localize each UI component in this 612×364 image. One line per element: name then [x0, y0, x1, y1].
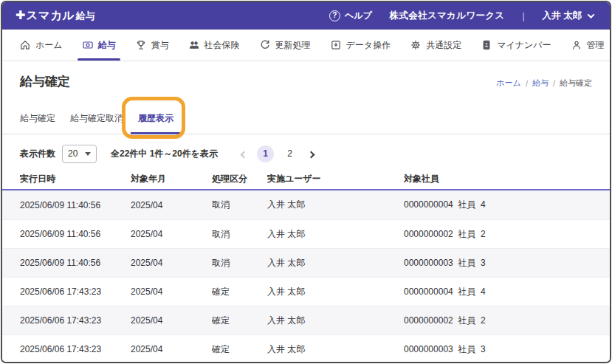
tab-bar: 給与確定 給与確定取消 履歴表示: [2, 106, 610, 134]
page-size-select[interactable]: 20: [62, 145, 97, 163]
cell-exec-user: 入井 太郎: [267, 343, 404, 356]
nav-item-update-process[interactable]: 更新処理: [250, 30, 320, 61]
history-table: 実行日時 対象年月 処理区分 実施ユーザー 対象社員 2025/06/09 11…: [2, 168, 610, 362]
nav-label: 管理: [587, 39, 605, 52]
nav-label: ホーム: [35, 39, 63, 52]
nav-item-common-settings[interactable]: 共通設定: [400, 30, 471, 61]
product-name: 給与: [76, 10, 95, 23]
breadcrumb-current: 給与確定: [560, 78, 592, 89]
settings-icon: [410, 39, 422, 51]
help-label: ヘルプ: [345, 10, 372, 22]
pagination-page-1[interactable]: 1: [257, 145, 274, 162]
user-name: 入井 太郎: [543, 10, 582, 22]
tab-salary-confirm-cancel[interactable]: 給与確定取消: [63, 106, 131, 134]
list-controls: 表示件数 20 全22件中 1件～20件を表示 1 2: [2, 144, 610, 163]
topbar-divider: |: [522, 11, 524, 21]
cell-target-month: 2025/04: [131, 315, 212, 326]
nav-label: 更新処理: [275, 39, 311, 52]
cell-process-type: 確定: [212, 315, 267, 327]
brand-name: スマカル: [26, 8, 74, 24]
table-row: 2025/06/09 11:40:56 2025/04 取消 入井 太郎 000…: [2, 190, 610, 219]
cell-exec-user: 入井 太郎: [267, 286, 404, 298]
chevron-right-icon: [308, 151, 315, 159]
page-size-label: 表示件数: [20, 148, 55, 160]
cell-exec-user: 入井 太郎: [267, 228, 404, 241]
data-operation-icon: [330, 39, 342, 51]
col-header-exec-datetime: 実行日時: [20, 173, 131, 185]
col-header-target-month: 対象年月: [131, 173, 212, 185]
social-insurance-icon: [188, 39, 200, 51]
nav-item-salary[interactable]: 給与: [72, 30, 126, 61]
salary-icon: [82, 39, 94, 51]
nav-label: 賞与: [151, 39, 169, 52]
cell-target-month: 2025/04: [131, 229, 212, 239]
table-header-row: 実行日時 対象年月 処理区分 実施ユーザー 対象社員: [2, 168, 610, 190]
cell-target-employee: 0000000004 社員 4: [404, 286, 592, 298]
user-menu[interactable]: 入井 太郎: [543, 10, 594, 22]
cell-process-type: 確定: [212, 286, 267, 298]
cell-process-type: 確定: [212, 343, 267, 356]
nav-item-social-insurance[interactable]: 社会保険: [179, 30, 250, 61]
cell-target-month: 2025/04: [131, 258, 212, 268]
top-bar: ✚ スマカル 給与 ? ヘルプ 株式会社スマカルワークス | 入井 太郎: [2, 2, 610, 30]
cell-target-employee: 0000000004 社員 4: [404, 199, 592, 211]
page-header: 給与確定 ホーム / 給与 / 給与確定: [2, 73, 610, 90]
nav-item-home[interactable]: ホーム: [10, 30, 72, 61]
cell-exec-datetime: 2025/06/06 17:43:23: [20, 344, 131, 354]
cell-exec-user: 入井 太郎: [267, 199, 404, 211]
nav-item-admin[interactable]: 管理: [561, 30, 611, 61]
cell-exec-datetime: 2025/06/09 11:40:56: [20, 229, 131, 239]
table-row: 2025/06/06 17:43:23 2025/04 確定 入井 太郎 000…: [2, 306, 610, 334]
cell-target-month: 2025/04: [131, 344, 212, 354]
company-name: 株式会社スマカルワークス: [390, 10, 505, 22]
col-header-exec-user: 実施ユーザー: [267, 173, 404, 185]
nav-label: 共通設定: [426, 39, 461, 52]
cell-target-month: 2025/04: [131, 286, 212, 297]
tab-salary-confirm[interactable]: 給与確定: [13, 106, 63, 134]
topbar-right: ? ヘルプ 株式会社スマカルワークス | 入井 太郎: [329, 10, 594, 22]
nav-item-data-operation[interactable]: データ操作: [320, 30, 401, 61]
cell-exec-datetime: 2025/06/09 11:40:56: [20, 200, 131, 210]
table-row: 2025/06/06 17:43:23 2025/04 確定 入井 太郎 000…: [2, 277, 610, 306]
chevron-left-icon: [241, 151, 248, 159]
pagination-next-button[interactable]: [306, 144, 317, 163]
cell-target-employee: 0000000003 社員 3: [404, 343, 592, 356]
nav-label: データ操作: [346, 39, 391, 52]
mynumber-icon: [481, 39, 492, 51]
cell-process-type: 取消: [212, 228, 267, 241]
breadcrumb-separator: /: [553, 79, 555, 88]
nav-label: 給与: [98, 39, 116, 52]
result-range-text: 全22件中 1件～20件を表示: [111, 148, 218, 160]
breadcrumb: ホーム / 給与 / 給与確定: [496, 78, 592, 90]
brand-logo[interactable]: ✚ スマカル 給与: [16, 8, 95, 24]
breadcrumb-separator: /: [526, 79, 528, 88]
caret-down-icon: [85, 152, 91, 156]
breadcrumb-home[interactable]: ホーム: [496, 78, 521, 89]
cell-exec-datetime: 2025/06/09 11:40:56: [20, 258, 131, 268]
cell-target-employee: 0000000002 社員 2: [404, 228, 592, 241]
main-nav: ホーム 給与 賞与 社会保険 更新処理 データ操作 共通設定 マイナンバー: [2, 30, 610, 61]
nav-item-mynumber[interactable]: マイナンバー: [471, 30, 560, 61]
cell-target-employee: 0000000003 社員 3: [404, 257, 592, 269]
tab-history-view[interactable]: 履歴表示: [131, 106, 181, 134]
help-icon: ?: [329, 10, 340, 21]
help-button[interactable]: ? ヘルプ: [329, 10, 372, 22]
cell-exec-user: 入井 太郎: [267, 315, 404, 327]
pagination-page-2[interactable]: 2: [281, 145, 298, 162]
home-icon: [19, 39, 31, 51]
pagination: 1 2: [238, 144, 317, 163]
refresh-icon: [259, 39, 271, 51]
pagination-prev-button[interactable]: [238, 144, 250, 163]
breadcrumb-salary[interactable]: 給与: [532, 78, 549, 89]
cell-process-type: 取消: [212, 199, 267, 211]
cell-target-employee: 0000000002 社員 2: [404, 315, 592, 327]
page-size-value: 20: [68, 148, 78, 159]
nav-item-bonus[interactable]: 賞与: [126, 30, 179, 61]
app-window: ✚ スマカル 給与 ? ヘルプ 株式会社スマカルワークス | 入井 太郎 ホーム…: [1, 1, 611, 363]
nav-label: 社会保険: [204, 39, 240, 52]
chevron-down-icon: [588, 11, 595, 18]
cell-target-month: 2025/04: [131, 200, 212, 210]
bonus-icon: [135, 39, 147, 51]
table-row: 2025/06/09 11:40:56 2025/04 取消 入井 太郎 000…: [2, 248, 610, 277]
page-title: 給与確定: [20, 73, 70, 90]
